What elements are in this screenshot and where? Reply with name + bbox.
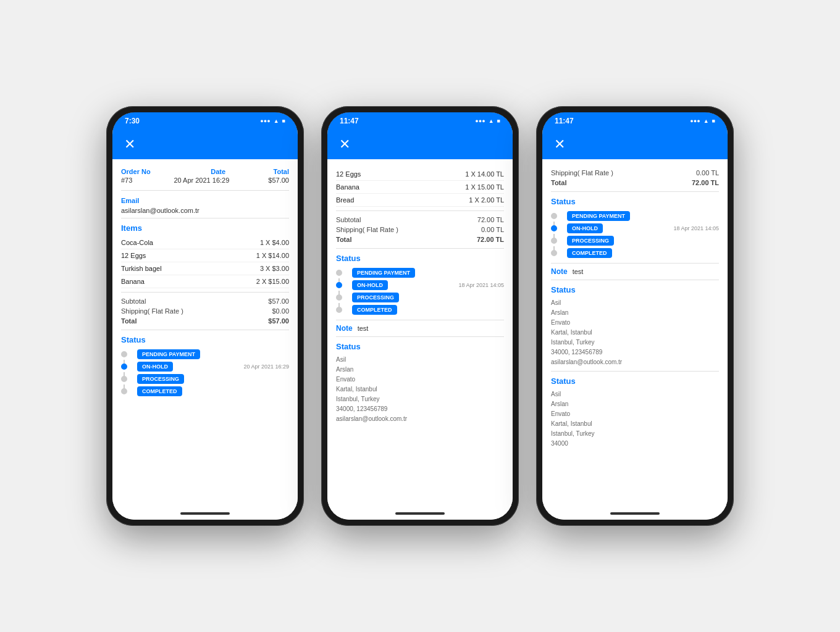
signal-icon-2: ●●●	[475, 118, 485, 124]
date-label: Date	[211, 168, 225, 175]
phone-1: 7:30 ●●● ▲ ■ ✕ Order No Date Tot	[106, 106, 304, 526]
timeline-item-1-2: ON-HOLD 20 Apr 2021 16:29	[121, 362, 289, 372]
total-label: Total	[274, 168, 289, 175]
badge-3-3: PROCESSING	[567, 236, 614, 246]
dot-1-1	[121, 351, 127, 357]
items-list-1: Coca-Cola 1 X $4.00 12 Eggs 1 X $14.00 T…	[121, 236, 289, 288]
status-time-2: 11:47	[340, 117, 359, 125]
wifi-icon-2: ▲	[489, 118, 494, 124]
status-label-3: Status	[551, 197, 719, 206]
close-button-3[interactable]: ✕	[551, 136, 568, 153]
badge-3-4: COMPLETED	[567, 248, 612, 258]
close-button-2[interactable]: ✕	[336, 136, 353, 153]
wifi-icon-1: ▲	[274, 118, 279, 124]
status-label3-3: Status	[551, 376, 719, 386]
signal-icon-1: ●●●	[260, 118, 270, 124]
note-row-2: Note test	[336, 324, 504, 333]
email-label-1: Email	[121, 194, 289, 206]
subtotal-row-2: Subtotal 72.00 TL	[336, 215, 504, 225]
timestamp-3-2: 18 Apr 2021 14:05	[673, 225, 719, 231]
badge-1-2: ON-HOLD	[137, 362, 173, 372]
note-row-3: Note test	[551, 267, 719, 276]
timeline-item-2-4: COMPLETED	[336, 305, 504, 315]
status-time-3: 11:47	[555, 117, 574, 125]
order-no-label: Order No	[121, 168, 151, 175]
timestamp-1-2: 20 Apr 2021 16:29	[243, 364, 289, 370]
shipping-top-row-3: Shipping( Flat Rate ) 0.00 TL	[551, 168, 719, 178]
shipping-top-3: Shipping( Flat Rate ) 0.00 TL Total 72.0…	[551, 168, 719, 188]
subtotal-row-1: Subtotal $57.00	[121, 296, 289, 306]
badge-3-2: ON-HOLD	[567, 223, 603, 233]
timeline-3: PENDING PAYMENT ON-HOLD 18 Apr 2021 14:0…	[551, 211, 719, 258]
badge-1-3: PROCESSING	[137, 374, 184, 384]
timeline-item-3-3: PROCESSING	[551, 236, 719, 246]
timeline-item-2-2: ON-HOLD 18 Apr 2021 14:05	[336, 280, 504, 290]
wifi-icon-3: ▲	[704, 118, 709, 124]
address-2: Asil Arslan Envato Kartal, Istanbul Ista…	[336, 355, 504, 424]
timestamp-2-2: 18 Apr 2021 14:05	[458, 282, 504, 288]
shipping-row-2: Shipping( Flat Rate ) 0.00 TL	[336, 225, 504, 235]
total-value: $57.00	[268, 177, 289, 184]
item-1-2: 12 Eggs 1 X $14.00	[121, 249, 289, 262]
close-button-1[interactable]: ✕	[121, 136, 138, 153]
shipping-row-1: Shipping( Flat Rate ) $0.00	[121, 306, 289, 316]
scene: 7:30 ●●● ▲ ■ ✕ Order No Date Tot	[82, 81, 758, 551]
timeline-item-2-3: PROCESSING	[336, 293, 504, 302]
status-label-2: Status	[336, 254, 504, 263]
item-1-1: Coca-Cola 1 X $4.00	[121, 236, 289, 249]
items-list-2: 12 Eggs 1 X 14.00 TL Banana 1 X 15.00 TL…	[336, 168, 504, 207]
status-label2-3: Status	[551, 285, 719, 294]
dot-3-3	[551, 238, 557, 244]
item-2-2: Banana 1 X 15.00 TL	[336, 181, 504, 194]
total-row-2: Total 72.00 TL	[336, 235, 504, 244]
total-row-1: Total $57.00	[121, 316, 289, 326]
email-value-1: asilarslan@outlook.com.tr	[121, 207, 289, 214]
status-label-1: Status	[121, 335, 289, 344]
badge-1-4: COMPLETED	[137, 386, 182, 396]
badge-3-1: PENDING PAYMENT	[567, 211, 630, 221]
badge-1-1: PENDING PAYMENT	[137, 349, 200, 359]
phone-3: 11:47 ●●● ▲ ■ ✕ Shipping( Flat Rate ) 0.…	[536, 106, 734, 526]
timeline-item-1-3: PROCESSING	[121, 374, 289, 384]
battery-icon-2: ■	[497, 118, 500, 124]
home-indicator-2	[327, 507, 513, 520]
status-label2-2: Status	[336, 342, 504, 351]
order-meta-1: Order No Date Total #73 20 Apr 2021 16:2…	[121, 168, 289, 184]
order-no-value: #73	[121, 177, 132, 184]
battery-icon-1: ■	[282, 118, 285, 124]
badge-2-1: PENDING PAYMENT	[352, 268, 415, 278]
timeline-item-3-2: ON-HOLD 18 Apr 2021 14:05	[551, 223, 719, 233]
timeline-item-1-4: COMPLETED	[121, 386, 289, 396]
dot-3-4	[551, 250, 557, 256]
item-2-3: Bread 1 X 2.00 TL	[336, 194, 504, 207]
timeline-1: PENDING PAYMENT ON-HOLD 20 Apr 2021 16:2…	[121, 349, 289, 396]
badge-2-3: PROCESSING	[352, 293, 399, 302]
phone-2: 11:47 ●●● ▲ ■ ✕ 12 Eggs 1 X 14.00 TL	[321, 106, 519, 526]
dot-1-3	[121, 376, 127, 382]
timeline-2: PENDING PAYMENT ON-HOLD 18 Apr 2021 14:0…	[336, 268, 504, 315]
item-1-4: Banana 2 X $15.00	[121, 275, 289, 288]
dot-2-4	[336, 307, 342, 313]
dot-3-1	[551, 213, 557, 219]
home-indicator-1	[112, 507, 298, 520]
address2-3: Asil Arslan Envato Kartal, Istanbul Ista…	[551, 389, 719, 449]
battery-icon-3: ■	[712, 118, 715, 124]
home-indicator-3	[542, 507, 728, 520]
timeline-item-1-1: PENDING PAYMENT	[121, 349, 289, 359]
date-value: 20 Apr 2021 16:29	[174, 177, 229, 184]
dot-1-2	[121, 364, 127, 370]
dot-3-2	[551, 225, 557, 231]
timeline-item-2-1: PENDING PAYMENT	[336, 268, 504, 278]
total-top-row-3: Total 72.00 TL	[551, 178, 719, 188]
item-2-1: 12 Eggs 1 X 14.00 TL	[336, 168, 504, 181]
dot-1-4	[121, 388, 127, 394]
items-label-1: Items	[121, 223, 289, 233]
dot-2-3	[336, 294, 342, 301]
item-1-3: Turkish bagel 3 X $3.00	[121, 262, 289, 275]
timeline-item-3-4: COMPLETED	[551, 248, 719, 258]
status-time-1: 7:30	[125, 117, 140, 125]
timeline-item-3-1: PENDING PAYMENT	[551, 211, 719, 221]
dot-2-1	[336, 270, 342, 276]
badge-2-4: COMPLETED	[352, 305, 397, 315]
badge-2-2: ON-HOLD	[352, 280, 388, 290]
